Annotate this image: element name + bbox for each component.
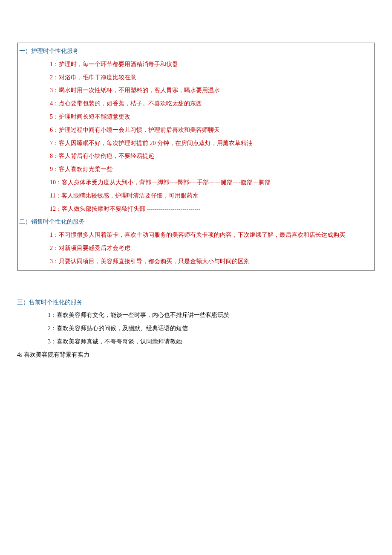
section-1-item: 10：客人身体承受力度从大到小，背部一脚部一-臀部-一手部一一腿部一-腹部一胸部	[19, 176, 371, 189]
section-1-item: 7：客人因睡眠不好，每次护理时提前 20 分钟，在房间点蒸灯，用薰衣草精油	[19, 137, 371, 150]
section-1-item: 2：对浴巾，毛巾干净度比较在意	[19, 71, 371, 84]
section-1-item: 8：客人背后有小块伤疤，不要轻易提起	[19, 150, 371, 163]
section-1-item: 5：护理时间长短不能随意更改	[19, 110, 371, 124]
outside-content: 三）售前时个性化的服务 1：喜欢美容师有文化，能谈一些时事，内心也不排斥讲一些私…	[17, 296, 375, 362]
section-1-item: 6：护理过程中间有小睡一会儿习惯，护理前后喜欢和美容师聊天	[19, 124, 371, 137]
section-2-item: 1：不习惯很多人围着策卡，喜欢主动问服务的美容师有关卡项的内容，下次继续了解，最…	[19, 229, 371, 242]
section-1-item: 11：客人眼睛比较敏感，护理时清洁要仔细，可用眼药水	[19, 189, 371, 203]
section-1-item: 4：点心要带包装的，如香蕉，桔子。不喜欢吃太甜的东西	[19, 97, 371, 110]
section-3-item: 1：喜欢美容师有文化，能谈一些时事，内心也不排斥讲一些私密玩笑	[17, 309, 375, 322]
section-1-item-12: 12：客人做头部按摩时不要敲打头部 ----------------------…	[19, 203, 371, 216]
section-1-item: 9：客人喜欢灯光柔一些	[19, 163, 371, 176]
section-1-item: 3：喝水时用一次性纸杯，不用塑料的，客人胃寒，喝水要用温水	[19, 84, 371, 97]
bordered-content-box: 一）护理时个性化服务 1：护理时，每一个环节都要用酒精消毒手和仪器 2：对浴巾，…	[17, 43, 375, 270]
section-3-last-line: 4s 喜欢美容院有背景有实力	[17, 349, 375, 362]
section-1-heading: 一）护理时个性化服务	[19, 45, 371, 58]
section-1-item-12-dashes: ---------------------------	[147, 206, 201, 212]
section-2-heading: 二）销售时个性化的服务	[19, 215, 371, 229]
section-1-item-12-text: 12：客人做头部按摩时不要敲打头部	[50, 206, 147, 212]
section-3-heading: 三）售前时个性化的服务	[17, 296, 375, 309]
section-2-item: 3：只要认同项目，美容师直接引导，都会购买，只是金额大小与时间的区别	[19, 255, 371, 268]
section-3-item: 3：喜欢美容师真诚，不夸夸奇谈，认同崇拜请教她	[17, 335, 375, 349]
section-3-item: 2：喜欢美容师贴心的问候，及幽默、经典话语的短信	[17, 322, 375, 335]
section-1-item: 1：护理时，每一个环节都要用酒精消毒手和仪器	[19, 58, 371, 71]
section-2-item: 2：对新项目要感受后才会考虑	[19, 242, 371, 255]
